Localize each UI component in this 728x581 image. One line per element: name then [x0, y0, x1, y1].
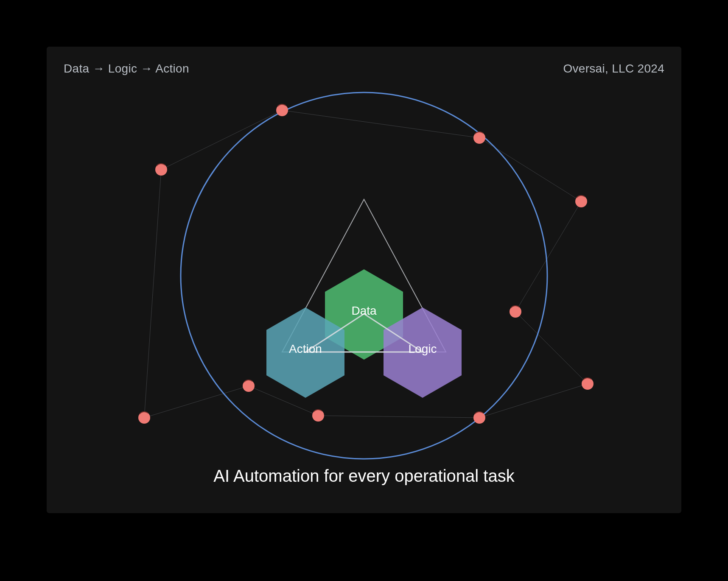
- scatter-dot: [155, 161, 167, 176]
- scatter-dot: [473, 409, 485, 424]
- hex-action-label: Action: [289, 342, 322, 355]
- scatter-dot: [138, 409, 150, 424]
- diagram-svg: Data Action Logic: [47, 47, 681, 513]
- scatter-dot: [276, 102, 288, 116]
- scatter-dot: [473, 129, 485, 144]
- scatter-dot: [582, 375, 594, 390]
- dot-layer: [138, 102, 594, 424]
- hex-logic-label: Logic: [409, 342, 437, 355]
- scatter-dot: [243, 377, 255, 392]
- hex-group: [266, 269, 462, 398]
- tagline-text: AI Automation for every operational task: [47, 466, 681, 486]
- scatter-dot: [575, 193, 587, 207]
- scatter-dot: [510, 303, 521, 318]
- diagram-panel: Data → Logic → Action Oversai, LLC 2024: [47, 47, 681, 513]
- scatter-dot: [312, 407, 324, 422]
- connector-lines: [144, 110, 588, 418]
- hex-data-label: Data: [351, 304, 377, 317]
